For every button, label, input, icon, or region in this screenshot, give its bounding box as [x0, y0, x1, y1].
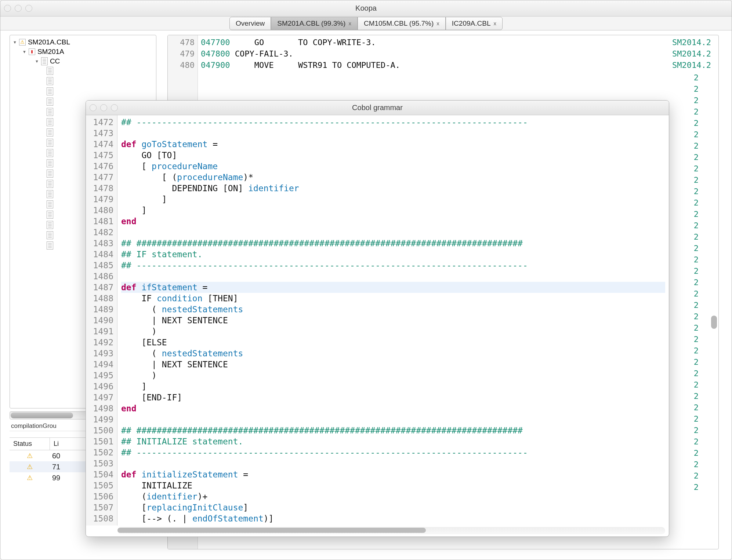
program-icon [29, 48, 35, 55]
grammar-code[interactable]: ## -------------------------------------… [121, 117, 665, 526]
document-icon [47, 87, 53, 95]
status-line: 71 [50, 463, 60, 471]
document-icon [47, 221, 53, 229]
close-tab-icon[interactable]: x [348, 20, 351, 26]
document-icon [47, 128, 53, 137]
close-tab-icon[interactable]: x [493, 20, 496, 26]
document-icon [47, 98, 53, 106]
warning-icon [19, 39, 26, 46]
scrollbar-thumb[interactable] [11, 412, 73, 418]
document-icon [47, 190, 53, 198]
tab-overview[interactable]: Overview [229, 17, 271, 30]
grammar-editor[interactable]: 1472 1473 1474 1475 1476 1477 1478 1479 … [86, 115, 669, 526]
status-line: 60 [50, 452, 60, 460]
titlebar: Koopa [0, 0, 732, 17]
document-icon [47, 180, 53, 188]
disclosure-icon[interactable]: ▼ [22, 50, 26, 54]
document-icon [47, 200, 53, 208]
warning-icon: ⚠ [10, 463, 50, 471]
warning-icon: ⚠ [10, 452, 50, 460]
tab-bar: Overview SM201A.CBL (99.3%) x CM105M.CBL… [0, 17, 732, 30]
content-area: ▼ SM201A.CBL ▼ SM201A ▼ CC [0, 30, 732, 560]
tree-row-file[interactable]: ▼ SM201A.CBL [10, 37, 156, 47]
editor-right-margin: SM2014.2 SM2014.2 SM2014.2 [672, 37, 711, 71]
document-icon [47, 77, 53, 85]
close-tab-icon[interactable]: x [436, 20, 439, 26]
tab-label: SM201A.CBL (99.3%) [277, 19, 345, 28]
tree-leaf[interactable] [44, 87, 156, 97]
document-icon [47, 170, 53, 178]
col-status[interactable]: Status [10, 438, 50, 450]
editor-vscroll[interactable] [710, 37, 717, 548]
grammar-titlebar: Cobol grammar [86, 101, 669, 115]
document-icon [47, 231, 53, 239]
breadcrumb-text: compilationGrou [11, 422, 57, 430]
scrollbar-thumb[interactable] [117, 528, 426, 533]
grammar-gutter: 1472 1473 1474 1475 1476 1477 1478 1479 … [86, 115, 117, 526]
document-icon [47, 159, 53, 167]
grammar-hscroll[interactable] [117, 527, 665, 534]
scrollbar-thumb[interactable] [711, 316, 717, 329]
warning-icon: ⚠ [10, 474, 50, 482]
document-icon [41, 57, 48, 65]
window-title: Koopa [0, 4, 732, 12]
tree-label: SM201A.CBL [28, 38, 70, 46]
tree-row-node[interactable]: ▼ CC [10, 57, 156, 66]
status-line: 99 [50, 474, 60, 482]
tree-label: SM201A [37, 48, 64, 56]
tree-leaf[interactable] [44, 76, 156, 87]
right-col-stub: 2 2 2 2 2 2 2 2 2 2 2 2 2 2 2 2 2 2 2 2 … [694, 72, 699, 493]
tab-label: CM105M.CBL (95.7%) [364, 19, 434, 28]
disclosure-icon[interactable]: ▼ [13, 40, 17, 44]
tree-label: CC [50, 57, 60, 65]
editor-code[interactable]: 047700 GO TO COPY-WRITE-3. 047800 COPY-F… [201, 37, 638, 71]
tree-row-program[interactable]: ▼ SM201A [10, 47, 156, 57]
document-icon [47, 241, 53, 250]
document-icon [47, 118, 53, 126]
document-icon [47, 67, 53, 75]
document-icon [47, 149, 53, 157]
tree-leaf[interactable] [44, 66, 156, 76]
main-window: Koopa Overview SM201A.CBL (99.3%) x CM10… [0, 0, 732, 560]
tab-label: IC209A.CBL [452, 19, 491, 28]
tab-cm105m[interactable]: CM105M.CBL (95.7%) x [358, 17, 446, 30]
document-icon [47, 108, 53, 116]
document-icon [47, 139, 53, 147]
document-icon [47, 211, 53, 219]
tab-ic209a[interactable]: IC209A.CBL x [446, 17, 503, 30]
tab-label: Overview [236, 19, 265, 28]
grammar-window[interactable]: Cobol grammar 1472 1473 1474 1475 1476 1… [86, 100, 669, 537]
grammar-title: Cobol grammar [86, 103, 669, 112]
tab-sm201a[interactable]: SM201A.CBL (99.3%) x [271, 17, 358, 30]
disclosure-icon[interactable]: ▼ [35, 59, 39, 63]
